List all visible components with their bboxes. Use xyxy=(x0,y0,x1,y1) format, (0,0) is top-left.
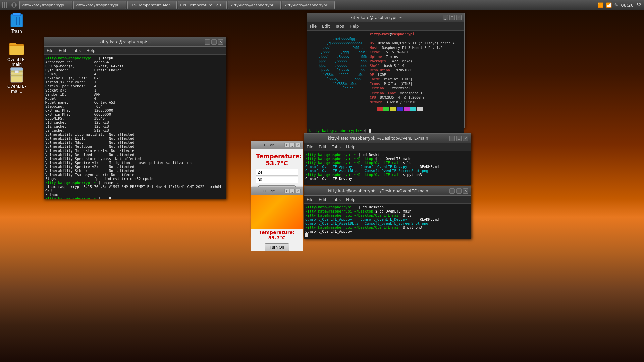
menu-tabs-3[interactable]: Tabs xyxy=(330,144,342,150)
svg-point-1 xyxy=(4,2,5,4)
terminal-3-minimize[interactable]: _ xyxy=(449,136,455,141)
temp-gauge-titlebar[interactable]: CP...ge ▾ _ ✕ xyxy=(251,187,303,195)
bluetooth-icon[interactable]: 📶 xyxy=(598,2,603,8)
terminal-4-title: kitty-kate@raspberrypi: ~/Desktop/OvenLT… xyxy=(307,189,449,193)
terminal-4-titlebar[interactable]: kitty-kate@raspberrypi: ~/Desktop/OvenLT… xyxy=(304,186,471,196)
taskbar-btn-3[interactable]: CPU Temperature Mon... xyxy=(127,1,177,9)
terminal-2-menubar: File Edit Tabs Help xyxy=(307,22,464,31)
taskbar-btn-4[interactable]: CPU Temperature Gau... xyxy=(178,1,227,9)
terminal-4-menubar: File Edit Tabs Help xyxy=(304,196,471,204)
menu-file-1[interactable]: File xyxy=(45,48,55,54)
menu-tabs-2[interactable]: Tabs xyxy=(334,23,345,29)
svg-rect-20 xyxy=(11,75,23,76)
terminal-1-minimize[interactable]: _ xyxy=(205,39,210,45)
menu-tabs-1[interactable]: Tabs xyxy=(70,48,82,54)
trash-icon[interactable]: Trash xyxy=(3,12,30,34)
terminal-2-maximize[interactable]: □ xyxy=(449,15,455,20)
taskbar-btn-5[interactable]: kitty-kate@raspberrypi: ~ xyxy=(228,1,281,9)
terminal-window-3: kitty-kate@raspberrypi: ~/Desktop/OvenLT… xyxy=(304,133,471,185)
temp-monitor-titlebar[interactable]: C...or ▾ _ ✕ xyxy=(251,141,303,149)
temp-monitor-title: C...or xyxy=(253,143,284,147)
taskbar-btn-2-label: kitty-kate@raspberrypi: ~ xyxy=(76,3,124,7)
temp-gauge-chevron[interactable]: ▾ xyxy=(284,189,289,193)
taskbar-btn-6[interactable]: kitty-kate@raspberrypi: ~ xyxy=(282,1,335,9)
terminal-4-content: kitty-kate@raspberrypi:~ $ cd Desktop ki… xyxy=(304,204,471,239)
menu-tabs-4[interactable]: Tabs xyxy=(330,197,342,203)
taskbar-btn-6-label: kitty-kate@raspberrypi: ~ xyxy=(284,3,332,7)
wifi-icon[interactable]: 📶 xyxy=(606,2,612,8)
temp-gauge-controls: ▾ _ ✕ xyxy=(284,189,301,193)
menu-file-3[interactable]: File xyxy=(305,144,315,150)
terminal-3-controls: _ □ ✕ xyxy=(449,136,468,141)
terminal-4-maximize[interactable]: □ xyxy=(456,188,462,194)
terminal-4-close[interactable]: ✕ xyxy=(463,188,468,194)
trash-image xyxy=(9,12,25,28)
taskbar-right: 📶 📶 ✎ 08:26 52 xyxy=(598,2,644,8)
terminal-1-maximize[interactable]: □ xyxy=(211,39,217,45)
terminal-1-content: kitty-kate@raspberrypi:~ $ lscpu Archite… xyxy=(44,55,226,199)
temp-monitor-value: Temperature: 53.7°C xyxy=(253,150,301,168)
taskbar-btn-2[interactable]: kitty-kate@raspberrypi: ~ xyxy=(73,1,126,9)
network-icon[interactable] xyxy=(10,1,18,9)
terminal-2-titlebar[interactable]: kitty-kate@raspberrypi: ~ _ □ ✕ xyxy=(307,13,464,22)
folder-image xyxy=(9,40,25,56)
svg-point-3 xyxy=(2,4,3,6)
menu-edit-1[interactable]: Edit xyxy=(57,48,68,54)
svg-point-4 xyxy=(4,4,5,6)
menu-help-1[interactable]: Help xyxy=(85,48,97,54)
neofetch-ascii: .met$$$$Sgg. ,gS$$$$$$$$$$$$$SP. ,$$' `Y… xyxy=(309,32,367,127)
svg-point-6 xyxy=(2,6,3,8)
temp-gauge-window: CP...ge ▾ _ ✕ Temperature: 53.7°C Turn O… xyxy=(251,187,303,236)
ovenlte-main-folder-icon[interactable]: OvenLTE-main xyxy=(3,40,30,67)
ovenlte-archive-icon[interactable]: OvenLTE-mai... xyxy=(3,67,30,94)
terminal-window-4: kitty-kate@raspberrypi: ~/Desktop/OvenLT… xyxy=(304,186,471,239)
ovenlte-main-folder-label: OvenLTE-main xyxy=(3,57,30,67)
terminal-1-close[interactable]: ✕ xyxy=(218,39,223,45)
temp-monitor-chevron[interactable]: ▾ xyxy=(284,143,289,147)
menu-help-2[interactable]: Help xyxy=(348,23,360,29)
menu-edit-3[interactable]: Edit xyxy=(317,144,328,150)
temp-monitor-close[interactable]: ✕ xyxy=(296,143,301,147)
terminal-3-title: kitty-kate@raspberrypi: ~/Desktop/OvenLT… xyxy=(307,136,449,141)
terminal-3-titlebar[interactable]: kitty-kate@raspberrypi: ~/Desktop/OvenLT… xyxy=(304,134,471,143)
temp-gauge-minimize[interactable]: _ xyxy=(290,189,295,193)
neofetch-info: kitty-kate@raspberrypi -----------------… xyxy=(367,32,455,127)
taskbar: kitty-kate@raspberrypi: ~ kitty-kate@ras… xyxy=(0,0,644,10)
terminal-1-controls: _ □ ✕ xyxy=(205,39,223,45)
temp-monitor-minimize[interactable]: _ xyxy=(290,143,295,147)
terminal-2-prompt: kitty-kate@raspberrypi:~ $ xyxy=(307,128,464,134)
svg-rect-12 xyxy=(13,13,21,16)
terminal-window-2: kitty-kate@raspberrypi: ~ _ □ ✕ File Edi… xyxy=(307,13,465,128)
terminal-2-title: kitty-kate@raspberrypi: ~ xyxy=(310,15,443,20)
menu-edit-4[interactable]: Edit xyxy=(317,197,328,203)
terminal-1-title: kitty-kate@raspberrypi: ~ xyxy=(47,40,205,44)
turn-on-button[interactable]: Turn On xyxy=(265,243,289,251)
edit-icon[interactable]: ✎ xyxy=(614,2,619,8)
svg-point-8 xyxy=(6,6,7,8)
temp-gauge-display xyxy=(251,195,303,229)
menu-file-2[interactable]: File xyxy=(309,23,318,29)
taskbar-btn-4-label: CPU Temperature Gau... xyxy=(180,3,225,7)
terminal-1-titlebar[interactable]: kitty-kate@raspberrypi: ~ _ □ ✕ xyxy=(44,37,226,47)
menu-file-4[interactable]: File xyxy=(305,197,315,203)
menu-edit-2[interactable]: Edit xyxy=(321,23,331,29)
terminal-2-minimize[interactable]: _ xyxy=(443,15,448,20)
terminal-2-controls: _ □ ✕ xyxy=(443,15,462,20)
svg-point-7 xyxy=(4,6,5,8)
apps-menu-icon[interactable] xyxy=(1,1,8,9)
battery-icon[interactable]: 52 xyxy=(636,3,641,7)
terminal-2-close[interactable]: ✕ xyxy=(456,15,462,20)
menu-help-3[interactable]: Help xyxy=(345,144,357,150)
terminal-3-close[interactable]: ✕ xyxy=(463,136,468,141)
temp-threshold-high[interactable] xyxy=(256,177,298,183)
menu-help-4[interactable]: Help xyxy=(345,197,357,203)
terminal-4-minimize[interactable]: _ xyxy=(449,188,455,194)
temp-gauge-close[interactable]: ✕ xyxy=(296,189,301,193)
taskbar-btn-1[interactable]: kitty-kate@raspberrypi: ~ xyxy=(19,1,72,9)
terminal-3-maximize[interactable]: □ xyxy=(456,136,462,141)
taskbar-btn-5-label: kitty-kate@raspberrypi: ~ xyxy=(230,3,278,7)
svg-rect-21 xyxy=(15,70,19,73)
terminal-1-menubar: File Edit Tabs Help xyxy=(44,47,226,55)
svg-rect-19 xyxy=(11,73,23,74)
temp-threshold-low[interactable] xyxy=(256,169,298,176)
